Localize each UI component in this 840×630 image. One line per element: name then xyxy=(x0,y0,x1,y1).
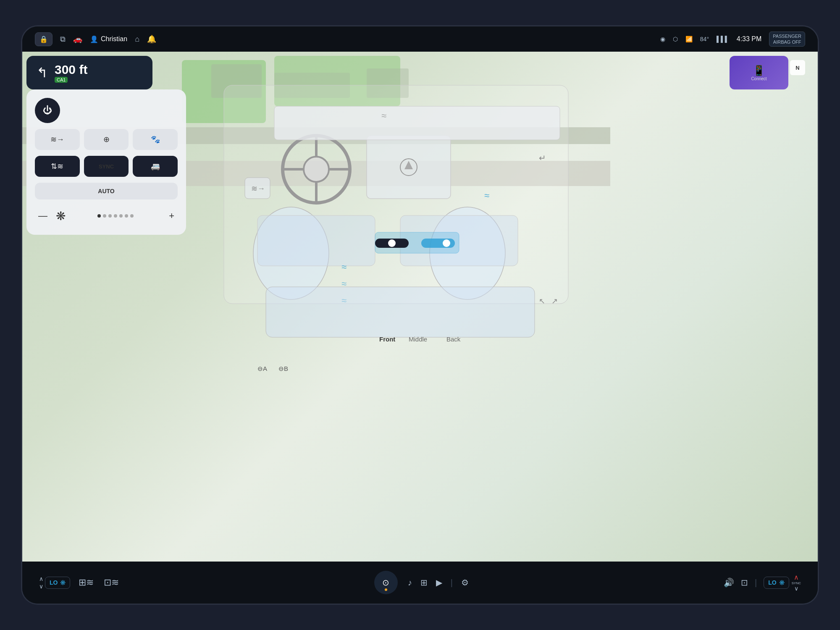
vent-icon: ≋→ xyxy=(50,135,64,144)
svg-text:≈: ≈ xyxy=(341,262,346,272)
nav-icons: 🔒 ⧉ 🚗 👤 Christian ⌂ 🔔 xyxy=(35,32,156,46)
cabin-button[interactable]: 🚐 xyxy=(133,156,178,177)
seat-heat-front-icon[interactable]: ⊞≋ xyxy=(79,577,94,588)
lo-badge-right: LO ❋ xyxy=(764,577,789,589)
pet-mode-button[interactable]: 🐾 xyxy=(133,129,178,150)
status-bar: 🔒 ⧉ 🚗 👤 Christian ⌂ 🔔 ◉ ⬡ 📶 84° ▌▌▌ 4:33… xyxy=(22,26,818,52)
nav-street: CA1 xyxy=(55,77,87,83)
bottom-center: ⊙ ♪ ⊞ ▶ | ⚙ xyxy=(374,571,469,594)
nav-panel: ↰ 300 ft CA1 xyxy=(26,56,152,89)
svg-point-34 xyxy=(443,239,450,247)
bluetooth-status: ⬡ xyxy=(673,36,678,42)
sync-label: SYNC xyxy=(99,163,114,170)
time-display: 4:33 PM xyxy=(737,35,762,43)
car-icon[interactable]: 🚗 xyxy=(73,34,82,44)
nav-button[interactable]: ⊙ xyxy=(374,571,398,594)
nav-button-icon: ⊙ xyxy=(382,578,389,588)
fan-arrow-up-left[interactable]: ∧ xyxy=(39,575,43,582)
cabin-icon: 🚐 xyxy=(151,162,160,171)
fan-dot-6 xyxy=(125,214,128,218)
settings-icon[interactable]: ⚙ xyxy=(461,578,469,588)
svg-text:Back: Back xyxy=(446,336,461,343)
home-icon[interactable]: ⌂ xyxy=(135,35,139,44)
svg-text:≈: ≈ xyxy=(341,278,346,289)
airflow-direction-button[interactable]: ⇅≋ xyxy=(35,156,80,177)
sync-button[interactable]: SYNC xyxy=(84,156,129,177)
svg-text:≈: ≈ xyxy=(484,190,489,201)
climate-power-row: ⏻ xyxy=(35,98,178,123)
svg-point-32 xyxy=(388,239,396,247)
fan-speed-row: — ❋ + xyxy=(35,205,178,226)
power-icon: ⏻ xyxy=(43,105,52,116)
fan-icon: ❋ xyxy=(56,209,66,223)
fan-dot-3 xyxy=(108,214,112,218)
lo-fan-icon-left: ❋ xyxy=(60,579,66,587)
svg-text:Front: Front xyxy=(379,336,395,343)
climate-row-2: ⇅≋ SYNC 🚐 xyxy=(35,156,178,177)
auto-button[interactable]: AUTO xyxy=(35,183,178,200)
pet-icon: 🐾 xyxy=(151,135,160,144)
bottom-left: ∧ ∨ LO ❋ ⊞≋ ⊡≋ xyxy=(39,575,119,590)
seat-heat-icon-right[interactable]: ⊡ xyxy=(741,578,748,588)
camera-icon[interactable]: ▶ xyxy=(436,578,442,588)
svg-rect-10 xyxy=(266,287,535,337)
svg-point-14 xyxy=(304,157,329,182)
map-promo[interactable]: 📱 Connect xyxy=(730,56,788,89)
signal-bars: 📶 xyxy=(685,36,693,42)
svg-rect-11 xyxy=(257,215,375,266)
climate-panel: ⏻ ≋→ ⊕ 🐾 ⇅≋ xyxy=(26,89,186,235)
airbag-line2: AIRBAG OFF xyxy=(773,39,801,45)
bell-icon[interactable]: 🔔 xyxy=(147,34,156,44)
airbag-line1: PASSENGER xyxy=(773,34,801,39)
fan-arrow-up-right[interactable]: ∧ xyxy=(794,573,799,581)
sync-text-right: SYNC xyxy=(792,581,801,585)
svg-text:≈: ≈ xyxy=(341,295,346,306)
lo-fan-icon-right: ❋ xyxy=(779,579,785,587)
dashboard-frame: 🔒 ⧉ 🚗 👤 Christian ⌂ 🔔 ◉ ⬡ 📶 84° ▌▌▌ 4:33… xyxy=(21,25,819,605)
promo-content: 📱 Connect xyxy=(748,61,770,84)
svg-text:↗: ↗ xyxy=(551,297,558,305)
nav-info: 300 ft CA1 xyxy=(55,63,87,83)
airflow-icon: ⇅≋ xyxy=(51,162,63,171)
turn-arrow-icon: ↰ xyxy=(37,65,48,81)
svg-text:↖: ↖ xyxy=(539,297,545,305)
seat-heat-rear-icon[interactable]: ⊡≋ xyxy=(104,577,119,588)
recirc-icon: ⊕ xyxy=(103,135,110,144)
svg-text:⊖B: ⊖B xyxy=(278,365,288,372)
compass: N xyxy=(790,60,805,75)
lo-text-right: LO xyxy=(768,579,776,586)
fan-arrow-down-right[interactable]: ∨ xyxy=(794,585,798,592)
apps-icon[interactable]: ⊞ xyxy=(420,578,428,588)
svg-text:≋→: ≋→ xyxy=(251,184,265,193)
user-label[interactable]: 👤 Christian xyxy=(90,35,127,43)
volume-icon[interactable]: 🔊 xyxy=(724,578,734,588)
recirc-button[interactable]: ⊕ xyxy=(84,129,129,150)
svg-text:≈: ≈ xyxy=(381,110,386,121)
nav-distance: 300 ft xyxy=(55,63,87,77)
svg-text:⊖A: ⊖A xyxy=(257,365,267,372)
fan-dot-5 xyxy=(119,214,123,218)
bottom-bar: ∧ ∨ LO ❋ ⊞≋ ⊡≋ ⊙ xyxy=(22,562,818,604)
status-right: ◉ ⬡ 📶 84° ▌▌▌ 4:33 PM PASSENGER AIRBAG O… xyxy=(660,32,805,47)
copy-icon[interactable]: ⧉ xyxy=(60,35,66,44)
fan-decrease-button[interactable]: — xyxy=(35,209,51,223)
lo-fan-right: LO ❋ ∧ SYNC ∨ xyxy=(764,573,801,592)
fan-dot-2 xyxy=(103,214,106,218)
cell-signal: ▌▌▌ xyxy=(717,36,729,42)
hvac-icons: ⊞≋ ⊡≋ xyxy=(79,577,119,588)
fan-dot-4 xyxy=(114,214,117,218)
climate-power-button[interactable]: ⏻ xyxy=(35,98,60,123)
wifi-status: ◉ xyxy=(660,36,665,42)
fan-arrow-down-left[interactable]: ∨ xyxy=(39,583,43,590)
temperature-display: 84° xyxy=(700,36,709,42)
lock-button[interactable]: 🔒 xyxy=(35,32,52,46)
main-content: ≋→ ≈ ≈ ≈ ≈ ≈ xyxy=(22,52,818,562)
lo-badge-left: LO ❋ xyxy=(45,577,70,589)
svg-rect-22 xyxy=(274,106,560,140)
fan-dots xyxy=(71,214,160,218)
fan-increase-button[interactable]: + xyxy=(165,209,178,223)
divider-icon: | xyxy=(451,578,453,588)
vent-button[interactable]: ≋→ xyxy=(35,129,80,150)
auto-label: AUTO xyxy=(98,188,114,194)
music-icon[interactable]: ♪ xyxy=(408,578,412,588)
